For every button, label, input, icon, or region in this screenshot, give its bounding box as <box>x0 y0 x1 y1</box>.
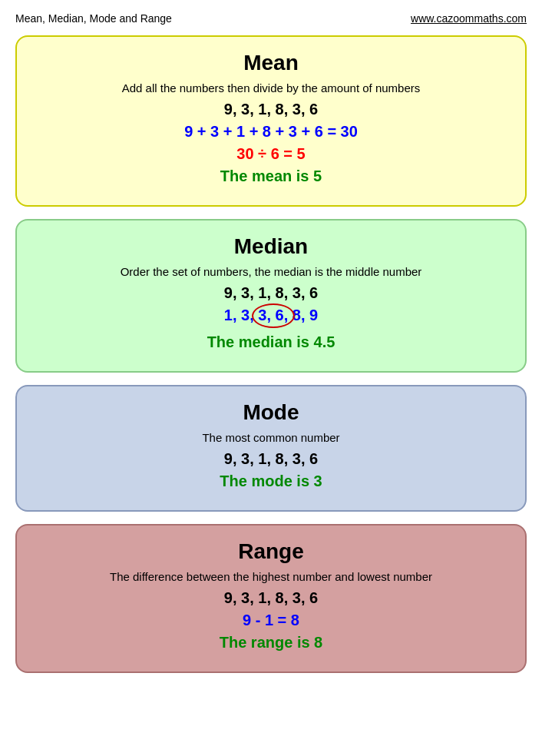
page-title: Mean, Median, Mode and Range <box>15 12 172 25</box>
range-result: The range is 8 <box>35 634 507 652</box>
median-circled: 3, 6, <box>258 307 288 324</box>
mean-card: Mean Add all the numbers then divide by … <box>15 35 527 207</box>
range-numbers: 9, 3, 1, 8, 3, 6 <box>35 589 507 607</box>
mode-subtitle: The most common number <box>35 431 507 444</box>
mean-sum-equation: 9 + 3 + 1 + 8 + 3 + 6 = 30 <box>35 123 507 141</box>
page-header: Mean, Median, Mode and Range www.cazoomm… <box>15 12 527 25</box>
mode-heading: Mode <box>35 400 507 425</box>
range-equation: 9 - 1 = 8 <box>35 612 507 629</box>
mean-divide-equation: 30 ÷ 6 = 5 <box>35 145 507 163</box>
mean-numbers: 9, 3, 1, 8, 3, 6 <box>35 101 507 118</box>
mode-numbers: 9, 3, 1, 8, 3, 6 <box>35 450 507 468</box>
mean-heading: Mean <box>35 51 507 75</box>
range-heading: Range <box>35 539 507 564</box>
range-subtitle: The difference between the highest numbe… <box>35 570 507 583</box>
median-numbers: 9, 3, 1, 8, 3, 6 <box>35 284 507 302</box>
median-ordered-pre: 1, 3, <box>224 307 258 323</box>
range-card: Range The difference between the highest… <box>15 524 527 673</box>
median-heading: Median <box>35 234 507 259</box>
median-ordered-post: 8, 9 <box>288 307 318 323</box>
mode-result: The mode is 3 <box>35 472 507 490</box>
median-result: The median is 4.5 <box>35 333 507 351</box>
mean-result: The mean is 5 <box>35 167 507 185</box>
page-url: www.cazoommaths.com <box>411 12 527 25</box>
median-card: Median Order the set of numbers, the med… <box>15 219 527 373</box>
mean-subtitle: Add all the numbers then divide by the a… <box>35 81 507 94</box>
mode-card: Mode The most common number 9, 3, 1, 8, … <box>15 385 527 512</box>
median-subtitle: Order the set of numbers, the median is … <box>35 265 507 278</box>
